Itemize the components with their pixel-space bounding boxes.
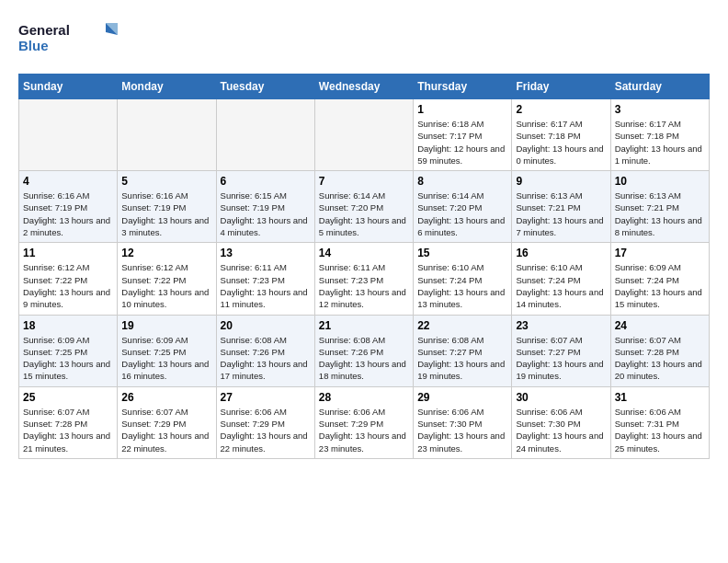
calendar-day-cell: 9Sunrise: 6:13 AMSunset: 7:21 PMDaylight… [512,171,610,243]
calendar-table: SundayMondayTuesdayWednesdayThursdayFrid… [18,74,710,459]
calendar-day-cell: 31Sunrise: 6:06 AMSunset: 7:31 PMDayligh… [610,386,709,458]
logo-svg: General Blue [18,18,129,59]
day-info: Sunrise: 6:12 AMSunset: 7:22 PMDaylight:… [23,261,113,310]
weekday-header-saturday: Saturday [610,75,709,99]
day-number: 4 [23,175,113,188]
day-number: 31 [615,391,705,404]
day-info: Sunrise: 6:10 AMSunset: 7:24 PMDaylight:… [417,261,507,310]
calendar-day-cell: 23Sunrise: 6:07 AMSunset: 7:27 PMDayligh… [512,315,610,386]
calendar-day-cell: 13Sunrise: 6:11 AMSunset: 7:23 PMDayligh… [216,243,314,315]
day-number: 28 [319,391,409,404]
calendar-day-cell: 16Sunrise: 6:10 AMSunset: 7:24 PMDayligh… [512,243,610,315]
day-info: Sunrise: 6:10 AMSunset: 7:24 PMDaylight:… [516,261,606,310]
day-info: Sunrise: 6:13 AMSunset: 7:21 PMDaylight:… [615,190,705,238]
calendar-day-cell: 28Sunrise: 6:06 AMSunset: 7:29 PMDayligh… [314,386,413,458]
calendar-day-cell: 14Sunrise: 6:11 AMSunset: 7:23 PMDayligh… [314,243,413,315]
calendar-day-cell: 10Sunrise: 6:13 AMSunset: 7:21 PMDayligh… [610,171,709,243]
day-number: 5 [121,175,211,188]
calendar-day-cell: 19Sunrise: 6:09 AMSunset: 7:25 PMDayligh… [118,315,216,386]
day-info: Sunrise: 6:06 AMSunset: 7:31 PMDaylight:… [615,406,705,454]
day-info: Sunrise: 6:06 AMSunset: 7:29 PMDaylight:… [221,406,311,454]
svg-text:General: General [18,22,70,38]
calendar-day-cell: 11Sunrise: 6:12 AMSunset: 7:22 PMDayligh… [19,243,118,315]
day-number: 22 [417,319,507,332]
day-info: Sunrise: 6:06 AMSunset: 7:30 PMDaylight:… [417,406,507,454]
calendar-day-cell: 1Sunrise: 6:18 AMSunset: 7:17 PMDaylight… [414,99,512,171]
day-number: 21 [319,319,409,332]
calendar-day-cell: 15Sunrise: 6:10 AMSunset: 7:24 PMDayligh… [414,243,512,315]
day-number: 13 [221,247,311,259]
day-number: 8 [417,175,507,188]
day-info: Sunrise: 6:07 AMSunset: 7:28 PMDaylight:… [23,406,113,454]
weekday-header-sunday: Sunday [19,75,118,99]
day-info: Sunrise: 6:07 AMSunset: 7:29 PMDaylight:… [121,406,211,454]
calendar-day-cell: 26Sunrise: 6:07 AMSunset: 7:29 PMDayligh… [118,386,216,458]
day-info: Sunrise: 6:07 AMSunset: 7:28 PMDaylight:… [615,334,705,383]
day-info: Sunrise: 6:13 AMSunset: 7:21 PMDaylight:… [516,190,606,238]
day-number: 20 [221,319,311,332]
weekday-header-wednesday: Wednesday [314,75,413,99]
day-number: 1 [417,103,507,116]
day-info: Sunrise: 6:06 AMSunset: 7:29 PMDaylight:… [319,406,409,454]
day-info: Sunrise: 6:16 AMSunset: 7:19 PMDaylight:… [23,190,113,238]
day-number: 19 [121,319,211,332]
day-number: 12 [121,247,211,259]
svg-text:Blue: Blue [18,38,49,53]
weekday-header-thursday: Thursday [414,75,512,99]
calendar-day-cell [19,99,118,171]
calendar-week-row: 11Sunrise: 6:12 AMSunset: 7:22 PMDayligh… [19,243,710,315]
day-info: Sunrise: 6:11 AMSunset: 7:23 PMDaylight:… [319,261,409,310]
day-number: 27 [221,391,311,404]
day-number: 3 [615,103,705,116]
calendar-week-row: 18Sunrise: 6:09 AMSunset: 7:25 PMDayligh… [19,315,710,386]
calendar-day-cell: 2Sunrise: 6:17 AMSunset: 7:18 PMDaylight… [512,99,610,171]
calendar-week-row: 4Sunrise: 6:16 AMSunset: 7:19 PMDaylight… [19,171,710,243]
day-info: Sunrise: 6:09 AMSunset: 7:25 PMDaylight:… [121,334,211,383]
page-header: General Blue [18,18,710,59]
day-info: Sunrise: 6:08 AMSunset: 7:26 PMDaylight:… [319,334,409,383]
day-number: 15 [417,247,507,259]
calendar-day-cell: 30Sunrise: 6:06 AMSunset: 7:30 PMDayligh… [512,386,610,458]
calendar-day-cell [216,99,314,171]
day-info: Sunrise: 6:14 AMSunset: 7:20 PMDaylight:… [319,190,409,238]
calendar-day-cell: 22Sunrise: 6:08 AMSunset: 7:27 PMDayligh… [414,315,512,386]
calendar-day-cell: 12Sunrise: 6:12 AMSunset: 7:22 PMDayligh… [118,243,216,315]
calendar-day-cell: 24Sunrise: 6:07 AMSunset: 7:28 PMDayligh… [610,315,709,386]
calendar-day-cell [118,99,216,171]
weekday-header-tuesday: Tuesday [216,75,314,99]
day-number: 16 [516,247,606,259]
calendar-day-cell: 21Sunrise: 6:08 AMSunset: 7:26 PMDayligh… [314,315,413,386]
weekday-header-monday: Monday [118,75,216,99]
calendar-day-cell: 25Sunrise: 6:07 AMSunset: 7:28 PMDayligh… [19,386,118,458]
day-info: Sunrise: 6:11 AMSunset: 7:23 PMDaylight:… [221,261,311,310]
day-info: Sunrise: 6:14 AMSunset: 7:20 PMDaylight:… [417,190,507,238]
calendar-day-cell: 3Sunrise: 6:17 AMSunset: 7:18 PMDaylight… [610,99,709,171]
day-number: 18 [23,319,113,332]
day-info: Sunrise: 6:09 AMSunset: 7:25 PMDaylight:… [23,334,113,383]
day-info: Sunrise: 6:08 AMSunset: 7:27 PMDaylight:… [417,334,507,383]
day-number: 29 [417,391,507,404]
day-number: 26 [121,391,211,404]
calendar-day-cell: 4Sunrise: 6:16 AMSunset: 7:19 PMDaylight… [19,171,118,243]
day-info: Sunrise: 6:15 AMSunset: 7:19 PMDaylight:… [221,190,311,238]
day-number: 24 [615,319,705,332]
day-info: Sunrise: 6:17 AMSunset: 7:18 PMDaylight:… [516,118,606,167]
day-info: Sunrise: 6:17 AMSunset: 7:18 PMDaylight:… [615,118,705,167]
day-number: 30 [516,391,606,404]
day-number: 2 [516,103,606,116]
day-number: 9 [516,175,606,188]
day-info: Sunrise: 6:09 AMSunset: 7:24 PMDaylight:… [615,261,705,310]
calendar-day-cell: 29Sunrise: 6:06 AMSunset: 7:30 PMDayligh… [414,386,512,458]
day-number: 14 [319,247,409,259]
day-info: Sunrise: 6:12 AMSunset: 7:22 PMDaylight:… [121,261,211,310]
day-number: 7 [319,175,409,188]
calendar-day-cell: 7Sunrise: 6:14 AMSunset: 7:20 PMDaylight… [314,171,413,243]
day-info: Sunrise: 6:08 AMSunset: 7:26 PMDaylight:… [221,334,311,383]
day-number: 10 [615,175,705,188]
calendar-day-cell: 17Sunrise: 6:09 AMSunset: 7:24 PMDayligh… [610,243,709,315]
day-number: 11 [23,247,113,259]
calendar-day-cell [314,99,413,171]
day-number: 6 [221,175,311,188]
weekday-header-row: SundayMondayTuesdayWednesdayThursdayFrid… [19,75,710,99]
weekday-header-friday: Friday [512,75,610,99]
